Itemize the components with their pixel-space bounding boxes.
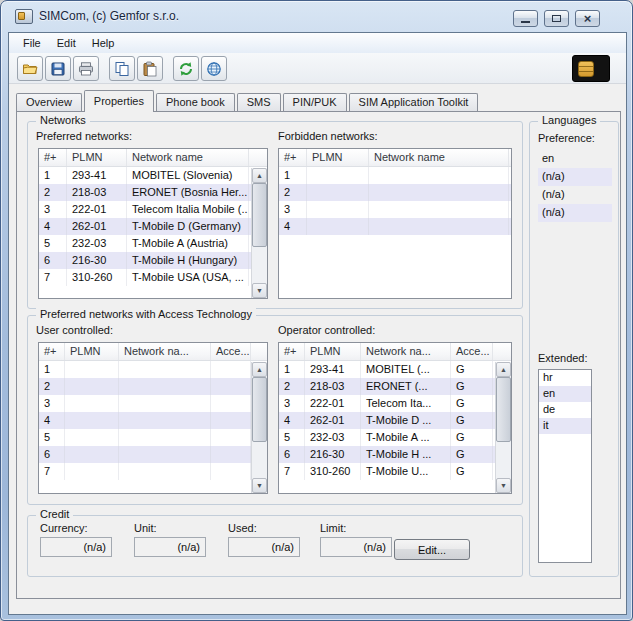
scroll-up-button[interactable]: ▲: [252, 168, 267, 183]
table-row[interactable]: 2: [279, 184, 511, 201]
list-item[interactable]: it: [539, 418, 591, 434]
table-row[interactable]: 5232-03T-Mobile A (Austria): [39, 235, 267, 252]
table-cell: 2: [39, 378, 65, 395]
table-row[interactable]: 1293-41MOBITEL (Slovenia): [39, 167, 267, 184]
tab-overview[interactable]: Overview: [16, 93, 82, 111]
column-header[interactable]: Network na...: [361, 343, 451, 360]
column-header[interactable]: #+: [279, 149, 307, 166]
table-row[interactable]: 1: [279, 167, 511, 184]
table-row[interactable]: 5232-03T-Mobile A ...G: [279, 429, 511, 446]
column-header[interactable]: #+: [279, 343, 305, 360]
list-item[interactable]: en: [539, 386, 591, 402]
table-row[interactable]: 3222-01Telecom Italia Mobile (...: [39, 201, 267, 218]
table-row[interactable]: 6216-30T-Mobile H ...G: [279, 446, 511, 463]
open-button[interactable]: [17, 56, 43, 81]
scrollbar-thumb[interactable]: [252, 183, 267, 247]
extended-listbox[interactable]: hrendeit: [538, 369, 592, 563]
table-row[interactable]: 1293-41MOBITEL (...G: [279, 361, 511, 378]
table-row[interactable]: 4: [279, 218, 511, 235]
scroll-up-button[interactable]: ▲: [252, 362, 267, 377]
tab-pin-puk[interactable]: PIN/PUK: [283, 93, 347, 111]
list-item[interactable]: en: [538, 150, 612, 168]
close-button[interactable]: ×: [575, 10, 600, 27]
table-row[interactable]: 2218-03ERONET (Bosnia Her...: [39, 184, 267, 201]
menu-edit[interactable]: Edit: [49, 34, 84, 52]
tab-properties[interactable]: Properties: [84, 90, 154, 112]
table-row[interactable]: 4262-01T-Mobile D ...G: [279, 412, 511, 429]
vertical-scrollbar[interactable]: ▲▼: [251, 168, 267, 298]
column-header[interactable]: Network na...: [119, 343, 211, 360]
maximize-button[interactable]: [544, 10, 569, 27]
table-row[interactable]: 3222-01Telecom Ita...G: [279, 395, 511, 412]
menu-file[interactable]: File: [15, 34, 49, 52]
column-header[interactable]: Network name: [369, 149, 509, 166]
table-row[interactable]: 5: [39, 429, 267, 446]
vertical-scrollbar[interactable]: ▲▼: [251, 362, 267, 493]
table-cell: Telecom Italia Mobile (...: [127, 201, 249, 218]
list-item[interactable]: (n/a): [538, 204, 612, 222]
table-row[interactable]: 4262-01T-Mobile D (Germany): [39, 218, 267, 235]
table-row[interactable]: 2218-03ERONET (...G: [279, 378, 511, 395]
copy-button[interactable]: [109, 56, 135, 81]
save-button[interactable]: [45, 56, 71, 81]
tab-sim-application-toolkit[interactable]: SIM Application Toolkit: [349, 93, 479, 111]
scroll-down-button[interactable]: ▼: [252, 283, 267, 298]
table-row[interactable]: 6: [39, 446, 267, 463]
scrollbar-thumb[interactable]: [496, 377, 511, 442]
scrollbar-thumb[interactable]: [252, 377, 267, 442]
table-row[interactable]: 1: [39, 361, 267, 378]
scrollbar-track[interactable]: [252, 377, 267, 478]
list-item[interactable]: hr: [539, 370, 591, 386]
table-cell: T-Mobile D ...: [361, 412, 451, 429]
column-header[interactable]: Network name: [127, 149, 249, 166]
table-cell: 1: [39, 167, 67, 184]
vertical-scrollbar[interactable]: ▲▼: [495, 362, 511, 493]
table-row[interactable]: 7310-260T-Mobile USA (USA, ...: [39, 269, 267, 286]
column-header[interactable]: PLMN: [305, 343, 361, 360]
column-header[interactable]: Acce...: [211, 343, 251, 360]
tab-sms[interactable]: SMS: [237, 93, 281, 111]
forbidden-networks-table[interactable]: #+PLMNNetwork name1234: [278, 148, 512, 299]
column-header[interactable]: #+: [39, 149, 67, 166]
edit-button[interactable]: Edit...: [394, 539, 470, 560]
list-item[interactable]: (n/a): [538, 186, 612, 204]
column-header[interactable]: #+: [39, 343, 65, 360]
refresh-icon: [178, 61, 194, 77]
user-controlled-table[interactable]: #+PLMNNetwork na...Acce...1234567▲▼: [38, 342, 268, 494]
column-header[interactable]: PLMN: [67, 149, 127, 166]
table-row[interactable]: 6216-30T-Mobile H (Hungary): [39, 252, 267, 269]
column-header[interactable]: Acce...: [451, 343, 493, 360]
scrollbar-track[interactable]: [496, 377, 511, 478]
used-label: Used:: [228, 522, 308, 534]
tab-phone-book[interactable]: Phone book: [156, 93, 235, 111]
table-cell: 262-01: [67, 218, 127, 235]
refresh-button[interactable]: [173, 56, 199, 81]
scroll-up-button[interactable]: ▲: [496, 362, 511, 377]
table-row[interactable]: 7: [39, 463, 267, 480]
preferred-networks-table[interactable]: #+PLMNNetwork name1293-41MOBITEL (Sloven…: [38, 148, 268, 299]
list-item[interactable]: de: [539, 402, 591, 418]
table-row[interactable]: 3: [39, 395, 267, 412]
scroll-down-button[interactable]: ▼: [496, 478, 511, 493]
column-header[interactable]: PLMN: [65, 343, 119, 360]
app-icon[interactable]: [15, 9, 33, 24]
paste-button[interactable]: [137, 56, 163, 81]
column-header[interactable]: PLMN: [307, 149, 369, 166]
table-cell: [211, 378, 251, 395]
list-item[interactable]: (n/a): [538, 168, 612, 186]
table-cell: 218-03: [67, 184, 127, 201]
table-row[interactable]: 2: [39, 378, 267, 395]
titlebar[interactable]: SIMCom, (c) Gemfor s.r.o. ×: [1, 1, 632, 32]
table-row[interactable]: 7310-260T-Mobile U...G: [279, 463, 511, 480]
preference-list: en(n/a)(n/a)(n/a): [538, 150, 612, 222]
minimize-button[interactable]: [513, 10, 538, 27]
table-row[interactable]: 4: [39, 412, 267, 429]
print-button[interactable]: [73, 56, 99, 81]
scrollbar-track[interactable]: [252, 183, 267, 283]
internet-button[interactable]: [201, 56, 227, 81]
table-cell: [307, 184, 369, 201]
table-row[interactable]: 3: [279, 201, 511, 218]
operator-controlled-table[interactable]: #+PLMNNetwork na...Acce...1293-41MOBITEL…: [278, 342, 512, 494]
scroll-down-button[interactable]: ▼: [252, 478, 267, 493]
menu-help[interactable]: Help: [84, 34, 123, 52]
